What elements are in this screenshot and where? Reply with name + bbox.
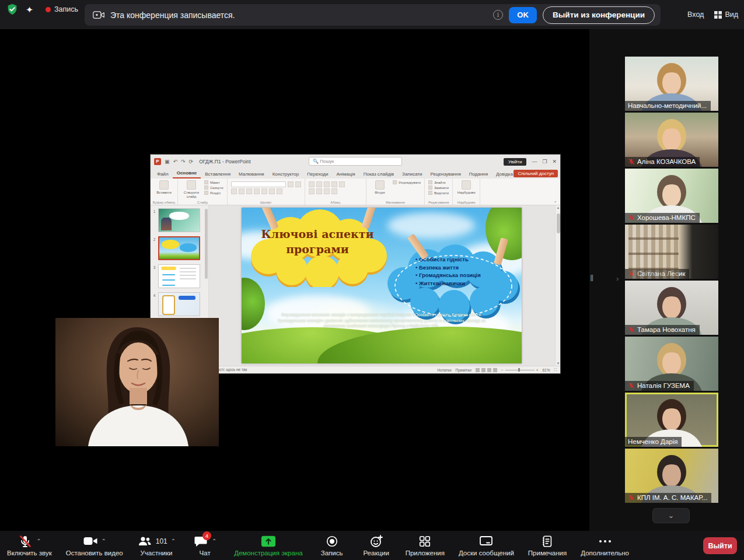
participant-tile[interactable]: Навчально-методичний... bbox=[625, 57, 718, 111]
toolbar-count: 101 bbox=[156, 537, 167, 545]
ribbon-button[interactable]: Виділити bbox=[428, 191, 449, 195]
toolbar-item-whiteboard[interactable]: Доски сообщений bbox=[452, 531, 521, 560]
view-switcher-icons[interactable] bbox=[476, 368, 497, 372]
toolbar-item-camera[interactable]: ⌃ Остановить видео bbox=[59, 531, 130, 560]
ppt-tab-Записати[interactable]: Записати bbox=[398, 170, 427, 178]
panel-collapse-icon[interactable]: › bbox=[616, 274, 619, 283]
restore-icon[interactable]: ❐ bbox=[542, 159, 547, 164]
participant-name: Аліна КОЗАЧКОВА bbox=[637, 158, 696, 165]
minimize-icon[interactable]: — bbox=[532, 159, 537, 164]
participant-tile[interactable]: Тамара Новохатня bbox=[625, 281, 718, 335]
slide-thumbnail-2[interactable]: 2 bbox=[151, 236, 208, 260]
info-icon[interactable]: i bbox=[493, 10, 503, 20]
slide-thumbnail-1[interactable]: 1 bbox=[151, 208, 208, 232]
ppt-search-input[interactable]: 🔍 Пошук bbox=[309, 157, 402, 166]
status-notes-button[interactable]: Нотатки bbox=[438, 368, 452, 372]
ribbon-button[interactable]: Фігури bbox=[370, 180, 390, 195]
toolbar-item-apps[interactable]: Приложения bbox=[399, 531, 452, 560]
zoom-slider[interactable]: −+ bbox=[501, 368, 539, 372]
toolbar-item-reactions[interactable]: Реакции bbox=[354, 531, 399, 560]
participant-tile[interactable]: Наталія ГУЗЕМА bbox=[625, 337, 718, 391]
login-button[interactable]: Вход bbox=[687, 10, 704, 19]
ribbon-collapse-icon[interactable]: ⌄ bbox=[553, 198, 557, 204]
security-shield-icon[interactable] bbox=[6, 3, 19, 16]
ribbon-button[interactable]: Знайти bbox=[428, 180, 449, 184]
panel-resize-handle[interactable]: ‖ bbox=[590, 273, 593, 283]
muted-mic-icon bbox=[628, 270, 635, 277]
status-comments-button[interactable]: Примітки bbox=[456, 368, 471, 372]
badge: 4 bbox=[202, 531, 211, 540]
toolbar-item-record[interactable]: Запись bbox=[310, 531, 354, 560]
notification-text: Эта конференция записывается. bbox=[110, 10, 235, 20]
ribbon-button[interactable]: Скинути bbox=[204, 186, 223, 190]
toolbar-label: Запись bbox=[321, 550, 343, 556]
ppt-signin-button[interactable]: Увійти bbox=[504, 158, 526, 166]
leave-conference-button[interactable]: Выйти из конференции bbox=[543, 6, 655, 24]
ppt-tab-Рецензування[interactable]: Рецензування bbox=[427, 170, 465, 178]
chevron-up-icon[interactable]: ⌃ bbox=[171, 538, 176, 544]
redo-icon[interactable]: ↷ bbox=[181, 159, 186, 164]
toolbar-item-more[interactable]: Дополнительно bbox=[574, 531, 636, 560]
camera-icon bbox=[83, 534, 98, 548]
participant-name: Наталія ГУЗЕМА bbox=[637, 382, 690, 389]
ppt-tab-Вставлення[interactable]: Вставлення bbox=[201, 170, 235, 178]
ribbon-button[interactable]: Надбудови bbox=[456, 180, 476, 195]
ribbon-group-Буфер обміну: ВставитиБуфер обміну bbox=[151, 178, 178, 205]
participant-video bbox=[625, 225, 718, 279]
ppt-tab-Основне[interactable]: Основне bbox=[173, 169, 201, 178]
ribbon-button[interactable]: Упорядкувати bbox=[393, 180, 421, 184]
ribbon-group-Малювання: ФігуриУпорядкуватиМалювання bbox=[366, 178, 425, 205]
video-record-icon bbox=[93, 10, 104, 20]
ppt-title-bar: P ▣ ↶ ↷ ⟳ ОГДЖ.П1 - PowerPoint 🔍 Пошук У… bbox=[151, 155, 560, 169]
participant-tile[interactable]: Хорошева-НМКПС bbox=[625, 169, 718, 223]
toolbar-item-share-screen[interactable]: Демонстрация экрана bbox=[227, 531, 310, 560]
ppt-tab-Малювання[interactable]: Малювання bbox=[235, 170, 268, 178]
more-participants-button[interactable]: ⌄ bbox=[652, 508, 690, 523]
ribbon-button[interactable]: Створити слайд bbox=[181, 180, 201, 199]
toolbar-item-mic-muted[interactable]: ⌃ Включить звук bbox=[0, 531, 59, 560]
ribbon-button[interactable]: Замінити bbox=[428, 186, 449, 190]
chevron-up-icon[interactable]: ⌃ bbox=[36, 538, 41, 544]
ppt-tab-Переходи[interactable]: Переходи bbox=[303, 170, 332, 178]
participant-tile[interactable]: Аліна КОЗАЧКОВА bbox=[625, 113, 718, 167]
view-button[interactable]: Вид bbox=[714, 10, 738, 19]
participant-tiles: Навчально-методичний... Аліна КОЗАЧКОВА bbox=[625, 57, 718, 505]
chevron-up-icon[interactable]: ⌃ bbox=[102, 538, 106, 544]
ppt-tab-Файл[interactable]: Файл bbox=[153, 170, 173, 178]
slide-scrollbar[interactable]: ▲ ▼ bbox=[555, 205, 560, 366]
ai-companion-icon[interactable]: ✦ bbox=[25, 5, 34, 15]
ppt-share-button[interactable]: Спільний доступ bbox=[514, 170, 558, 177]
quick-access-icon[interactable]: ⟳ bbox=[189, 159, 194, 164]
ppt-tab-Подання[interactable]: Подання bbox=[465, 170, 492, 178]
ppt-tab-Конструктор[interactable]: Конструктор bbox=[268, 170, 303, 178]
participant-tile-active-speaker[interactable]: Немченко Дарія bbox=[625, 393, 718, 447]
recording-indicator[interactable]: Запись bbox=[46, 5, 78, 13]
chevron-up-icon[interactable]: ⌃ bbox=[212, 538, 216, 544]
ribbon-button[interactable]: Макет bbox=[204, 180, 223, 184]
ok-button[interactable]: OK bbox=[509, 7, 537, 23]
save-icon[interactable]: ▣ bbox=[165, 159, 170, 164]
participant-name: Світлана Лесик bbox=[637, 270, 685, 277]
ribbon-button[interactable]: Розділ bbox=[204, 191, 223, 195]
participant-tile[interactable]: Світлана Лесик bbox=[625, 225, 718, 279]
presenter-webcam-video[interactable] bbox=[55, 318, 219, 446]
slide-thumbnail-3[interactable]: 3 bbox=[151, 264, 208, 288]
fit-slide-icon[interactable]: ⛶ bbox=[554, 368, 557, 372]
muted-mic-icon bbox=[628, 158, 635, 165]
toolbar-item-participants[interactable]: 101 ⌃ Участники bbox=[130, 531, 183, 560]
thumbnail-scrollbar[interactable] bbox=[205, 209, 208, 279]
ribbon-button[interactable]: Вставити bbox=[154, 180, 174, 195]
toolbar-item-chat[interactable]: ⌃ 4 Чат bbox=[183, 531, 227, 560]
participant-tile[interactable]: КПЛ ІМ. А. С. МАКАР... bbox=[625, 449, 718, 503]
close-icon[interactable]: ✕ bbox=[552, 159, 557, 164]
ppt-tab-Анімація[interactable]: Анімація bbox=[333, 170, 359, 178]
muted-mic-icon bbox=[628, 326, 635, 333]
slide-thumbnail-4[interactable]: 4 bbox=[151, 292, 208, 316]
undo-icon[interactable]: ↶ bbox=[173, 159, 178, 164]
ppt-tab-Показ слайдів[interactable]: Показ слайдів bbox=[359, 170, 398, 178]
participant-name: Немченко Дарія bbox=[628, 438, 677, 445]
leave-button[interactable]: Выйти bbox=[703, 537, 737, 554]
ppt-tab-Довідка[interactable]: Довідка bbox=[492, 170, 517, 178]
zoom-percent[interactable]: 61% bbox=[542, 368, 550, 372]
toolbar-item-notes[interactable]: Примечания bbox=[521, 531, 574, 560]
